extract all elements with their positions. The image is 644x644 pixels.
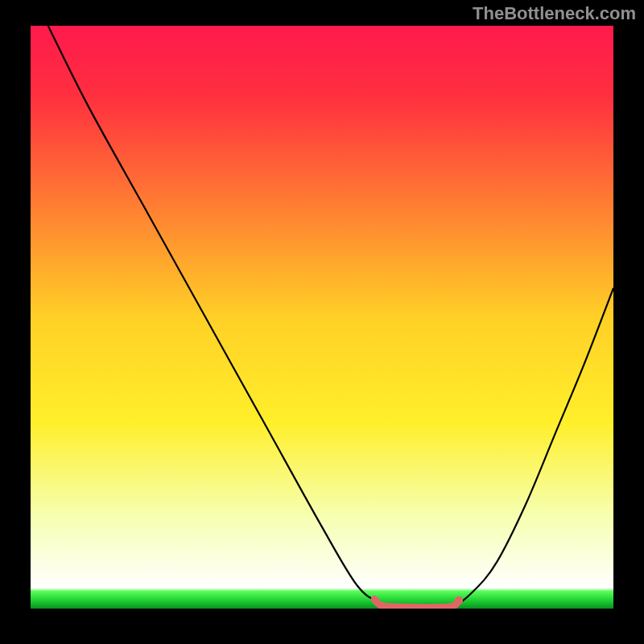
plot-area [31,26,613,609]
valley-end-marker [455,597,463,605]
chart-svg [31,26,613,609]
chart-container: TheBottleneck.com [0,0,644,644]
gradient-rect [31,26,613,609]
watermark-text: TheBottleneck.com [473,3,636,24]
